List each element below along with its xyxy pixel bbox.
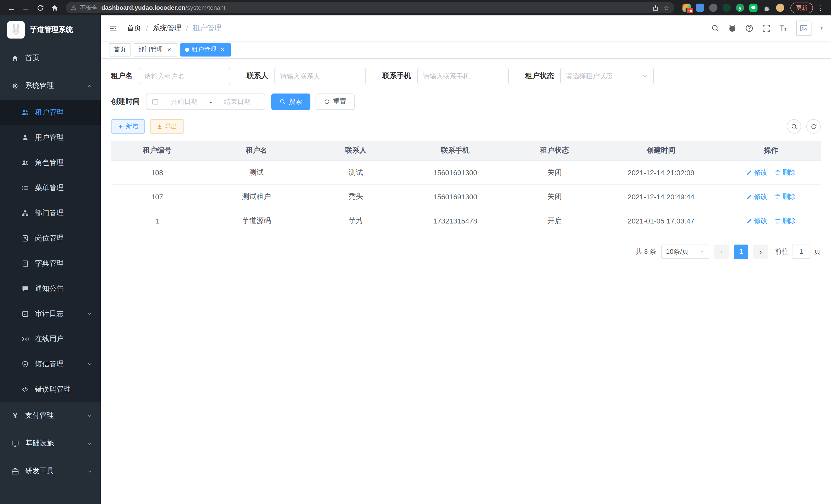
delete-link[interactable]: 删除	[775, 192, 796, 201]
sidebar-item-audit-log[interactable]: 审计日志	[0, 301, 101, 326]
refresh-table-button[interactable]	[806, 119, 821, 134]
extension-dark-green-icon[interactable]	[722, 4, 731, 12]
pencil-icon	[746, 169, 753, 175]
reset-button[interactable]: 重置	[316, 93, 354, 110]
address-bar[interactable]: ⚠ 不安全 dashboard.yudao.iocoder.cn/system/…	[66, 2, 674, 13]
page-size-select[interactable]: 10条/页	[661, 244, 709, 259]
col-header-status: 租户状态	[509, 141, 601, 160]
cell-tenant-id: 107	[111, 184, 203, 209]
tag-tenant-active[interactable]: 租户管理 ×	[180, 43, 231, 56]
next-page-button[interactable]: ›	[753, 244, 768, 259]
edit-link[interactable]: 修改	[746, 192, 768, 201]
delete-link[interactable]: 删除	[775, 216, 796, 225]
mobile-field	[417, 68, 509, 84]
cell-mobile: 15601691300	[402, 184, 508, 209]
trash-icon	[775, 217, 781, 224]
cell-created: 2021-01-05 17:03:47	[601, 209, 721, 233]
sidebar-item-sms[interactable]: 短信管理	[0, 351, 101, 377]
sidebar-item-label: 支付管理	[25, 411, 54, 420]
sidebar-item-user[interactable]: 用户管理	[0, 125, 101, 150]
status-select[interactable]: 请选择租户状态	[560, 68, 654, 84]
trash-icon	[775, 194, 781, 200]
contact-input[interactable]	[280, 72, 360, 80]
screen: ← → ⚠ 不安全 dashboard.yudao.iocoder.cn/sys…	[0, 0, 831, 504]
sidebar-item-notice[interactable]: 通知公告	[0, 276, 101, 301]
tag-home[interactable]: 首页	[109, 43, 131, 56]
sidebar-item-label: 研发工具	[25, 467, 54, 476]
breadcrumb-item[interactable]: 首页	[127, 24, 141, 33]
sidebar-item-online-users[interactable]: 在线用户	[0, 326, 101, 351]
sidebar-item-label: 用户管理	[35, 133, 64, 142]
sidebar-item-dict[interactable]: 字典管理	[0, 251, 101, 276]
sidebar-item-home[interactable]: 首页	[0, 44, 101, 72]
extension-adblock-icon[interactable]: 10	[683, 4, 691, 12]
browser-menu-button[interactable]: ⋮	[815, 4, 826, 11]
sidebar-item-role[interactable]: 角色管理	[0, 150, 101, 175]
user-icon	[22, 134, 29, 141]
status-select-placeholder: 请选择租户状态	[566, 71, 639, 81]
header-search-button[interactable]	[712, 24, 720, 32]
export-button[interactable]: 导出	[150, 119, 184, 134]
sidebar-item-error-code[interactable]: 错误码管理	[0, 377, 101, 402]
search-button[interactable]: 搜索	[271, 93, 310, 110]
share-icon[interactable]	[652, 4, 659, 11]
extensions-puzzle-icon[interactable]	[763, 4, 771, 12]
extension-y-icon[interactable]: y	[736, 4, 744, 12]
chevron-down-icon	[699, 249, 705, 254]
tag-dept[interactable]: 部门管理 ×	[134, 43, 177, 56]
goto-page-input[interactable]	[792, 244, 810, 259]
mobile-input[interactable]	[423, 72, 503, 80]
toggle-search-button[interactable]	[787, 119, 801, 134]
tag-label: 首页	[114, 45, 126, 54]
edit-link[interactable]: 修改	[746, 216, 768, 225]
chrome-update-button[interactable]: 更新	[791, 2, 813, 13]
page-number-current[interactable]: 1	[734, 244, 748, 259]
sidebar-collapse-button[interactable]	[109, 24, 118, 33]
sidebar-item-payment[interactable]: ¥ 支付管理	[0, 402, 101, 429]
browser-back-button[interactable]: ←	[5, 2, 18, 14]
goto-label: 前往	[775, 247, 789, 256]
avatar-caret-icon[interactable]: ▾	[821, 26, 823, 31]
docs-help-button[interactable]	[745, 24, 754, 32]
edit-link[interactable]: 修改	[746, 168, 768, 177]
app-logo[interactable]: 芋道管理系统	[0, 16, 101, 44]
extension-globe-icon[interactable]	[709, 4, 717, 12]
font-size-button[interactable]	[779, 24, 787, 32]
sidebar-item-infrastructure[interactable]: 基础设施	[0, 429, 101, 457]
user-avatar[interactable]	[796, 21, 812, 36]
puzzle-icon	[763, 4, 771, 11]
sidebar-item-dept[interactable]: 部门管理	[0, 200, 101, 226]
system-submenu: 租户管理 用户管理 角色管理 菜单管理	[0, 100, 101, 402]
sidebar-item-label: 审计日志	[35, 309, 64, 318]
close-icon[interactable]: ×	[166, 46, 173, 53]
add-button[interactable]: 新增	[111, 119, 145, 134]
extension-chat-icon[interactable]	[749, 4, 757, 12]
fullscreen-button[interactable]	[763, 24, 771, 32]
breadcrumb-item[interactable]: 系统管理	[153, 24, 181, 33]
extension-blue-icon[interactable]	[696, 4, 704, 12]
cell-status: 开启	[509, 209, 601, 233]
browser-home-button[interactable]	[48, 2, 61, 14]
github-link[interactable]	[728, 24, 737, 32]
search-icon	[791, 123, 797, 130]
browser-profile-avatar[interactable]	[776, 4, 784, 12]
active-dot	[185, 48, 189, 52]
sidebar-item-label: 错误码管理	[35, 385, 71, 394]
sidebar-item-menu[interactable]: 菜单管理	[0, 175, 101, 200]
forward-icon: →	[22, 3, 30, 12]
date-range-picker[interactable]: 开始日期 - 结束日期	[146, 93, 265, 110]
sidebar-item-dev-tools[interactable]: 研发工具	[0, 457, 101, 485]
tenant-name-input[interactable]	[144, 72, 225, 80]
sidebar-item-system[interactable]: 系统管理	[0, 72, 101, 100]
cell-actions: 修改删除	[721, 184, 821, 209]
close-icon[interactable]: ×	[219, 46, 226, 53]
browser-reload-button[interactable]	[34, 2, 46, 14]
bookmark-star-icon[interactable]: ☆	[663, 4, 669, 11]
prev-page-button[interactable]: ‹	[714, 244, 729, 259]
browser-forward-button[interactable]: →	[20, 2, 32, 14]
tenant-name-label: 租户名	[111, 71, 133, 81]
yen-icon: ¥	[11, 412, 19, 420]
sidebar-item-post[interactable]: 岗位管理	[0, 226, 101, 251]
sidebar-item-tenant[interactable]: 租户管理	[0, 100, 101, 125]
delete-link[interactable]: 删除	[775, 168, 796, 177]
